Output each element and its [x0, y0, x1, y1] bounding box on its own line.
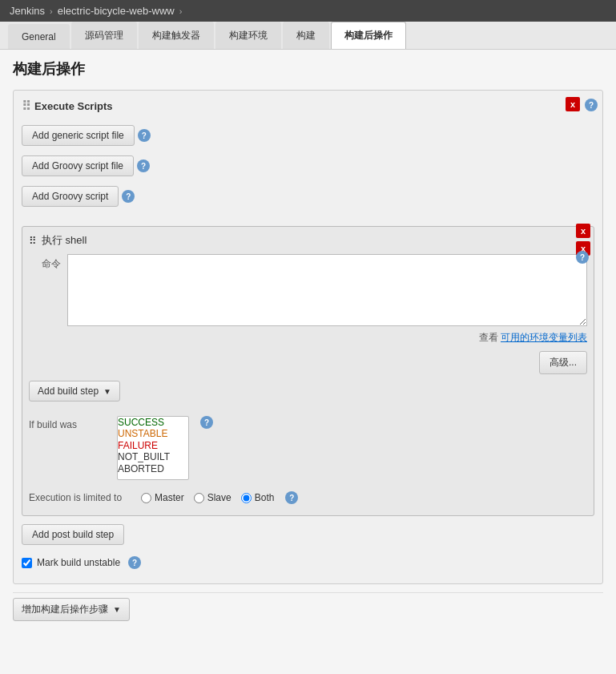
execute-scripts-panel: x ? ⠿ Execute Scripts Add generic script… — [13, 90, 603, 584]
add-groovy-script-file-btn[interactable]: Add Groovy script file — [22, 155, 134, 176]
shell-dots-icon: ⠿ — [29, 235, 37, 247]
tab-env[interactable]: 构建环境 — [215, 22, 281, 49]
execute-shell-close-btn1[interactable]: x — [576, 224, 590, 238]
if-build-help-icon[interactable]: ? — [200, 416, 213, 429]
mark-unstable-help-icon[interactable]: ? — [128, 556, 141, 569]
tab-general[interactable]: General — [8, 24, 70, 49]
exec-limited-label: Execution is limited to — [29, 492, 133, 503]
command-row: 命令 — [29, 254, 587, 326]
env-link-anchor[interactable]: 可用的环境变量列表 — [501, 332, 587, 343]
add-groovy-help-icon[interactable]: ? — [122, 190, 135, 203]
tabs-bar: General 源码管理 构建触发器 构建环境 构建 构建后操作 — [0, 22, 616, 50]
execute-scripts-close-btn[interactable]: x — [566, 97, 580, 111]
radio-group: Master Slave Both — [141, 492, 274, 503]
page-content: 构建后操作 x ? ⠿ Execute Scripts Add generic … — [0, 50, 616, 674]
exec-limited-row: Execution is limited to Master Slave Bot… — [29, 486, 587, 509]
env-link-prefix: 查看 — [479, 332, 498, 343]
add-groovy-file-help-icon[interactable]: ? — [137, 159, 150, 172]
option-failure: FAILURE — [118, 440, 188, 451]
project-link[interactable]: electric-bicycle-web-www — [58, 5, 175, 17]
add-build-step-label: Add build step — [38, 385, 99, 397]
radio-both: Both — [241, 492, 275, 503]
exec-limited-help-icon[interactable]: ? — [285, 491, 298, 504]
execute-shell-header: ⠿ 执行 shell — [29, 233, 587, 248]
option-aborted: ABORTED — [118, 463, 188, 474]
tab-source[interactable]: 源码管理 — [71, 22, 137, 49]
chevron1: › — [50, 6, 53, 16]
env-link-row: 查看 可用的环境变量列表 — [29, 331, 587, 345]
add-groovy-script-file-row: Add Groovy script file ? — [22, 155, 594, 176]
command-textarea[interactable] — [67, 254, 587, 326]
tab-post-build[interactable]: 构建后操作 — [331, 22, 406, 49]
jenkins-link[interactable]: Jenkins — [10, 5, 45, 17]
add-generic-script-btn[interactable]: Add generic script file — [22, 125, 135, 146]
execute-scripts-title: Execute Scripts — [34, 100, 113, 112]
add-generic-help-icon[interactable]: ? — [138, 129, 151, 142]
page-title: 构建后操作 — [13, 59, 603, 79]
if-build-label: If build was — [29, 416, 109, 430]
execute-scripts-header: ⠿ Execute Scripts — [22, 99, 594, 114]
add-build-step-row: Add build step ▼ — [29, 381, 587, 402]
radio-both-label: Both — [255, 492, 275, 503]
radio-both-input[interactable] — [241, 493, 252, 503]
if-build-section: If build was SUCCESS UNSTABLE FAILURE NO… — [29, 410, 587, 486]
option-success: SUCCESS — [118, 417, 188, 428]
radio-master-input[interactable] — [141, 493, 151, 503]
add-generic-script-row: Add generic script file ? — [22, 125, 594, 146]
execute-scripts-help-icon[interactable]: ? — [585, 99, 598, 111]
dots-icon: ⠿ — [22, 99, 30, 114]
tab-triggers[interactable]: 构建触发器 — [139, 22, 214, 49]
add-groovy-script-btn[interactable]: Add Groovy script — [22, 186, 119, 207]
radio-master: Master — [141, 492, 184, 503]
add-post-steps-label: 增加构建后操作步骤 — [22, 603, 108, 616]
mark-unstable-row: Mark build unstable ? — [22, 550, 594, 575]
execute-shell-help-icon[interactable]: ? — [576, 251, 589, 264]
topbar: Jenkins › electric-bicycle-web-www › — [0, 0, 616, 22]
script-buttons: Add generic script file ? Add Groovy scr… — [22, 122, 594, 220]
mark-unstable-checkbox[interactable] — [22, 558, 32, 568]
execute-shell-title: 执行 shell — [42, 233, 87, 248]
post-build-section: Add post build step — [22, 516, 594, 550]
add-groovy-script-row: Add Groovy script ? — [22, 186, 594, 207]
radio-master-label: Master — [155, 492, 184, 503]
command-label: 命令 — [29, 254, 61, 326]
option-not-built: NOT_BUILT — [118, 451, 188, 462]
option-unstable: UNSTABLE — [118, 428, 188, 439]
mark-unstable-label: Mark build unstable — [37, 557, 120, 568]
tab-build[interactable]: 构建 — [283, 22, 329, 49]
add-post-steps-btn[interactable]: 增加构建后操作步骤 ▼ — [13, 598, 130, 621]
if-build-select[interactable]: SUCCESS UNSTABLE FAILURE NOT_BUILT ABORT… — [117, 416, 189, 480]
chevron2: › — [179, 6, 183, 16]
radio-slave-input[interactable] — [194, 493, 204, 503]
radio-slave: Slave — [194, 492, 232, 503]
add-build-step-btn[interactable]: Add build step ▼ — [29, 381, 120, 402]
radio-slave-label: Slave — [207, 492, 232, 503]
advanced-btn-row: 高级... — [29, 351, 587, 374]
add-post-build-step-btn[interactable]: Add post build step — [22, 524, 124, 545]
add-post-steps-arrow: ▼ — [113, 605, 121, 614]
execute-shell-panel: x x ? ⠿ 执行 shell 命令 查看 可用的环境变量列表 高级... — [22, 226, 594, 516]
add-build-step-arrow: ▼ — [103, 387, 111, 396]
bottom-section: 增加构建后操作步骤 ▼ — [13, 592, 603, 621]
advanced-btn[interactable]: 高级... — [539, 351, 587, 374]
